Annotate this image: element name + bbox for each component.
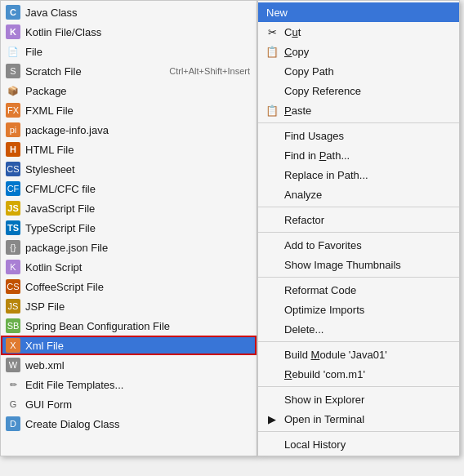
replace-in-path-icon-spacer	[265, 167, 279, 182]
menu-item-scratch-file[interactable]: SScratch FileCtrl+Alt+Shift+Insert	[1, 61, 257, 81]
gui-form-icon: G	[6, 397, 20, 411]
create-dialog-icon: D	[6, 416, 20, 431]
coffee-file-label: CoffeeScript File	[25, 281, 104, 293]
submenu-separator-sep1	[258, 122, 459, 123]
local-history-icon-spacer	[265, 437, 279, 452]
menu-item-gui-form[interactable]: GGUI Form	[1, 394, 257, 414]
stylesheet-label: Stylesheet	[25, 163, 75, 176]
optimize-imports-icon-spacer	[265, 302, 279, 317]
submenu-item-paste[interactable]: 📋Paste	[258, 100, 459, 120]
xml-file-icon: X	[6, 338, 20, 353]
stylesheet-icon: CS	[6, 162, 20, 176]
menu-item-file[interactable]: 📄File	[1, 42, 257, 61]
context-menu-container: CJava ClassKKotlin File/Class📄FileSScrat…	[0, 0, 460, 456]
show-image-thumbnails-label: Show Image Thumbnails	[284, 259, 401, 271]
menu-item-json-file[interactable]: {}package.json File	[1, 238, 257, 257]
cut-label: Cut	[284, 26, 301, 38]
cfml-file-icon: CF	[6, 181, 20, 196]
jsp-file-label: JSP File	[25, 300, 65, 313]
menu-item-fxml-file[interactable]: FXFXML File	[1, 100, 257, 120]
submenu-item-local-history[interactable]: Local History	[258, 434, 459, 454]
cut-icon: ✂	[265, 24, 279, 39]
menu-item-kotlin-script[interactable]: KKotlin Script	[1, 257, 257, 277]
menu-item-spring-file[interactable]: SBSpring Bean Configuration File	[1, 316, 257, 336]
menu-item-package[interactable]: 📦Package	[1, 81, 257, 100]
menu-item-jsp-file[interactable]: JSJSP File	[1, 296, 257, 316]
analyze-icon-spacer	[265, 187, 279, 202]
replace-in-path-label: Replace in Path...	[284, 169, 368, 181]
submenu-item-rebuild[interactable]: Rebuild 'com.m1'	[258, 364, 459, 384]
json-file-label: package.json File	[25, 242, 108, 254]
find-usages-icon-spacer	[265, 128, 279, 143]
find-in-path-icon-spacer	[265, 148, 279, 162]
submenu-item-build-module[interactable]: Build Module 'Java01'	[258, 345, 459, 364]
submenu-item-replace-in-path[interactable]: Replace in Path...	[258, 165, 459, 185]
submenu-separator-sep2	[258, 207, 459, 207]
scratch-file-label: Scratch File	[25, 65, 82, 78]
submenu-item-copy-path[interactable]: Copy Path	[258, 61, 459, 81]
paste-icon: 📋	[265, 103, 279, 118]
menu-item-cfml-file[interactable]: CFCFML/CFC file	[1, 179, 257, 198]
right-submenu-panel: New✂Cut📋CopyCopy PathCopy Reference📋Past…	[257, 0, 460, 456]
rebuild-label: Rebuild 'com.m1'	[284, 368, 365, 380]
spring-file-icon: SB	[6, 318, 20, 333]
scratch-file-icon: S	[6, 64, 20, 78]
open-in-terminal-label: Open in Terminal	[284, 413, 364, 425]
package-info-label: package-info.java	[25, 124, 109, 136]
html-file-label: HTML File	[25, 144, 74, 156]
menu-item-java-class[interactable]: CJava Class	[1, 2, 257, 22]
submenu-item-optimize-imports[interactable]: Optimize Imports	[258, 300, 459, 319]
menu-item-kotlin-file[interactable]: KKotlin File/Class	[1, 22, 257, 42]
add-to-favorites-label: Add to Favorites	[284, 239, 362, 251]
menu-item-package-info[interactable]: pipackage-info.java	[1, 120, 257, 140]
menu-item-stylesheet[interactable]: CSStylesheet	[1, 159, 257, 179]
menu-item-web-xml[interactable]: Wweb.xml	[1, 355, 257, 375]
copy-reference-label: Copy Reference	[284, 85, 361, 97]
edit-templates-icon: ✏	[6, 377, 20, 392]
build-module-label: Build Module 'Java01'	[284, 349, 387, 361]
build-module-icon-spacer	[265, 347, 279, 362]
optimize-imports-label: Optimize Imports	[284, 304, 364, 316]
menu-item-create-dialog[interactable]: DCreate Dialog Class	[1, 414, 257, 434]
submenu-item-reformat-code[interactable]: Reformat Code	[258, 280, 459, 300]
menu-item-xml-file[interactable]: XXml File	[1, 336, 257, 355]
submenu-item-copy[interactable]: 📋Copy	[258, 42, 459, 61]
js-file-icon: JS	[6, 201, 20, 216]
spring-file-label: Spring Bean Configuration File	[25, 320, 170, 332]
menu-item-coffee-file[interactable]: CSCoffeeScript File	[1, 277, 257, 296]
submenu-item-copy-reference[interactable]: Copy Reference	[258, 81, 459, 100]
show-image-thumbnails-icon-spacer	[265, 257, 279, 272]
menu-item-html-file[interactable]: HHTML File	[1, 140, 257, 159]
java-class-label: Java Class	[25, 7, 78, 19]
submenu-item-cut[interactable]: ✂Cut	[258, 22, 459, 42]
submenu-item-show-in-explorer[interactable]: Show in Explorer	[258, 389, 459, 409]
submenu-separator-sep5	[258, 341, 459, 342]
delete-label: Delete...	[284, 323, 323, 336]
reformat-code-icon-spacer	[265, 282, 279, 297]
submenu-item-add-to-favorites[interactable]: Add to Favorites	[258, 235, 459, 255]
copy-icon: 📋	[265, 44, 279, 59]
menu-item-js-file[interactable]: JSJavaScript File	[1, 198, 257, 218]
open-in-terminal-icon: ▶	[265, 411, 279, 426]
submenu-item-find-in-path[interactable]: Find in Path...	[258, 145, 459, 165]
submenu-header: New	[258, 2, 459, 22]
ts-file-label: TypeScript File	[25, 222, 96, 234]
ts-file-icon: TS	[6, 220, 20, 235]
delete-icon-spacer	[265, 322, 279, 336]
submenu-item-refactor[interactable]: Refactor	[258, 210, 459, 229]
submenu-item-find-usages[interactable]: Find Usages	[258, 126, 459, 145]
kotlin-file-icon: K	[6, 24, 20, 39]
file-label: File	[25, 46, 42, 58]
menu-item-edit-templates[interactable]: ✏Edit File Templates...	[1, 375, 257, 394]
web-xml-icon: W	[6, 358, 20, 372]
submenu-item-open-in-terminal[interactable]: ▶Open in Terminal	[258, 409, 459, 429]
submenu-separator-sep6	[258, 386, 459, 387]
submenu-item-show-image-thumbnails[interactable]: Show Image Thumbnails	[258, 255, 459, 274]
jsp-file-icon: JS	[6, 299, 20, 314]
submenu-item-analyze[interactable]: Analyze	[258, 185, 459, 204]
menu-item-ts-file[interactable]: TSTypeScript File	[1, 218, 257, 238]
submenu-item-delete[interactable]: Delete...	[258, 319, 459, 339]
file-icon: 📄	[6, 44, 20, 59]
kotlin-script-icon: K	[6, 260, 20, 274]
rebuild-icon-spacer	[265, 367, 279, 381]
